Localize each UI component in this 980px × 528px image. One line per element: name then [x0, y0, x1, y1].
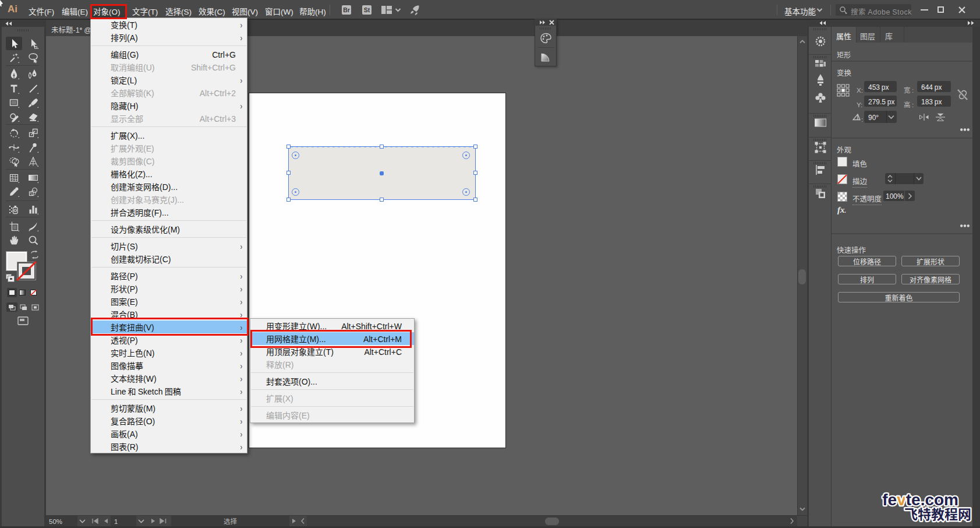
svg-text:飞特教程网: 飞特教程网 — [904, 504, 971, 523]
